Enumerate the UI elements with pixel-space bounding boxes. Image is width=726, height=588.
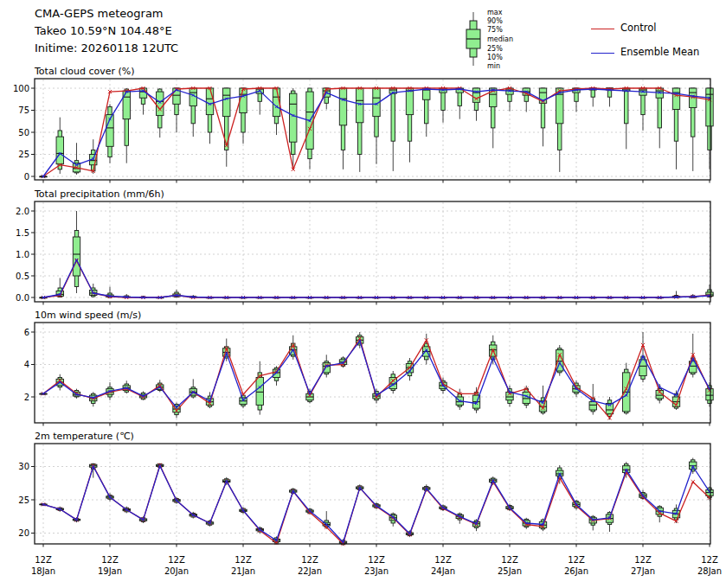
box-rect-25-75 <box>273 369 279 377</box>
x-tick-label-day: 18Jan <box>31 566 55 576</box>
box-rect-10-90 <box>625 88 628 124</box>
y-tick-label: 1.5 <box>16 228 29 238</box>
box-rect-25-75 <box>406 88 413 115</box>
box-rect-25-75 <box>589 402 596 410</box>
x-tick-label-day: 19Jan <box>98 566 122 576</box>
x-tick-label-day: 21Jan <box>231 566 255 576</box>
x-tick-label-hour: 12Z <box>434 555 452 565</box>
x-tick-label-day: 24Jan <box>431 566 455 576</box>
box-rect-25-75 <box>223 88 230 117</box>
x-tick-label-day: 20Jan <box>164 566 189 576</box>
x-tick-label-hour: 12Z <box>568 555 585 565</box>
panel-border <box>35 444 710 544</box>
panel-title: 10m wind speed (m/s) <box>35 310 141 321</box>
y-tick-label: 25 <box>18 150 29 159</box>
box-rect-25-75 <box>472 88 479 102</box>
x-tick-label-day: 22Jan <box>298 566 322 576</box>
panel-title: Total precipitation (mm/6h) <box>34 189 164 200</box>
x-tick-label-hour: 12Z <box>168 555 185 565</box>
y-tick-label: 6 <box>24 328 29 337</box>
x-tick-label-day: 23Jan <box>364 566 389 576</box>
panel-title: 2m temperature (℃) <box>35 431 134 442</box>
x-tick-label-hour: 12Z <box>701 555 718 565</box>
ensemble-mean-line <box>43 260 710 298</box>
y-tick-label: 1.0 <box>16 250 29 259</box>
box-rect-25-75 <box>672 88 679 109</box>
box-rect-25-75 <box>73 237 80 276</box>
x-tick-label-day: 27Jan <box>631 566 655 576</box>
panel-title: Total cloud cover (%) <box>34 66 135 77</box>
y-tick-label: 75 <box>18 105 29 115</box>
y-tick-label: 30 <box>18 462 29 471</box>
panel-border <box>35 201 710 302</box>
box-rect-25-75 <box>56 137 63 164</box>
box-rect-10-90 <box>391 88 395 141</box>
meteogram-panels: Total cloud cover (%)0255075100Total pre… <box>0 0 726 588</box>
meteogram-canvas: CMA-GEPS meteogram Takeo 10.59°N 104.48°… <box>0 0 726 588</box>
y-tick-label: 0.5 <box>16 272 29 281</box>
y-tick-label: 100 <box>13 84 29 93</box>
box-rect-25-75 <box>339 88 346 125</box>
box-rect-25-75 <box>157 92 164 116</box>
box-rect-25-75 <box>290 93 297 142</box>
y-tick-label: 25 <box>18 495 29 505</box>
x-tick-label-hour: 12Z <box>368 555 385 565</box>
y-tick-label: 4 <box>24 360 29 369</box>
y-tick-label: 20 <box>18 528 29 538</box>
y-tick-label: 0 <box>24 172 29 182</box>
y-tick-label: 2.0 <box>16 207 29 216</box>
x-tick-label-day: 28Jan <box>697 566 722 576</box>
box-rect-25-75 <box>706 88 713 126</box>
x-tick-label-hour: 12Z <box>101 555 119 565</box>
y-tick-label: 2 <box>24 393 29 402</box>
box-rect-25-75 <box>357 88 363 123</box>
x-tick-label-hour: 12Z <box>35 555 52 565</box>
y-tick-label: 50 <box>18 128 29 137</box>
x-tick-label-hour: 12Z <box>501 555 518 565</box>
box-rect-25-75 <box>256 378 263 406</box>
x-tick-label-hour: 12Z <box>235 555 252 565</box>
control-line <box>43 261 710 298</box>
x-tick-label-day: 26Jan <box>564 566 588 576</box>
box-rect-25-75 <box>240 88 247 113</box>
x-tick-label-hour: 12Z <box>634 555 652 565</box>
box-rect-25-75 <box>523 392 530 403</box>
x-tick-label-hour: 12Z <box>301 555 318 565</box>
box-rect-25-75 <box>206 88 213 115</box>
x-tick-label-day: 25Jan <box>498 566 522 576</box>
y-tick-label: 0.0 <box>16 293 29 303</box>
